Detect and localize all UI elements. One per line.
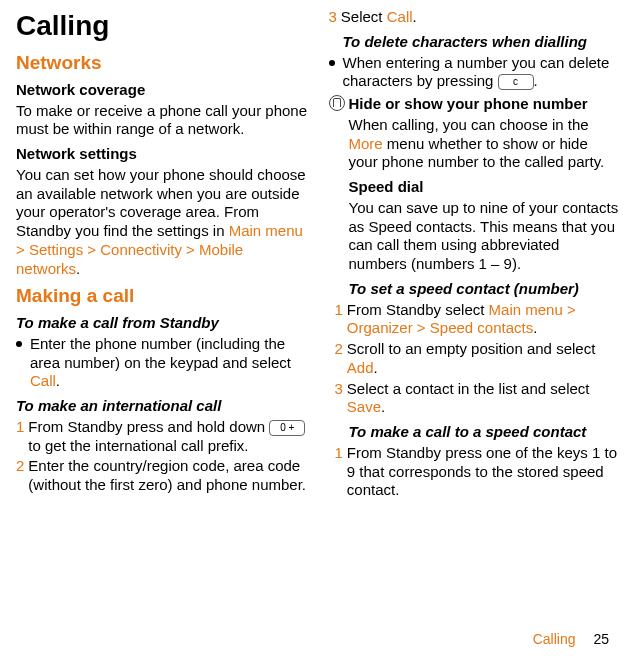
step-number: 2 xyxy=(335,340,343,359)
heading-networks: Networks xyxy=(16,51,309,75)
list-item: 1 From Standby press and hold down 0 + t… xyxy=(30,418,309,456)
text-part: . xyxy=(534,72,538,89)
step-number: 2 xyxy=(16,457,24,476)
text-part: When entering a number you can delete ch… xyxy=(343,54,610,90)
key-c: c xyxy=(498,74,534,90)
heading-call-standby: To make a call from Standby xyxy=(16,314,309,333)
bullet-icon xyxy=(16,341,22,347)
add-action: Add xyxy=(347,359,374,376)
text-part: When calling, you can choose in the xyxy=(349,116,589,133)
text-part: From Standby press and hold down 0 + to … xyxy=(28,418,308,456)
text-part: From Standby select Main menu > Organize… xyxy=(347,301,621,339)
text-part: Enter the phone number (including the ar… xyxy=(30,335,291,371)
text-part: Select xyxy=(341,8,387,25)
text-part: From Standby press one of the keys 1 to … xyxy=(347,444,621,500)
text-coverage: To make or receive a phone call your pho… xyxy=(16,102,309,140)
heading-network-settings: Network settings xyxy=(16,145,309,164)
call-action: Call xyxy=(30,372,56,389)
heading-hide-number: Hide or show your phone number xyxy=(349,95,588,114)
text-part: . xyxy=(56,372,60,389)
list-item: Enter the phone number (including the ar… xyxy=(30,335,309,391)
text-speed-dial: You can save up to nine of your contacts… xyxy=(349,199,622,274)
footer-section: Calling xyxy=(533,631,576,647)
text-hide-number: When calling, you can choose in the More… xyxy=(349,116,622,172)
list-item: 2 Enter the country/region code, area co… xyxy=(30,457,309,495)
list-item: 1 From Standby press one of the keys 1 t… xyxy=(349,444,622,500)
text-part: . xyxy=(413,8,417,25)
list-item: 2 Scroll to an empty position and select… xyxy=(349,340,622,378)
list-item: 1 From Standby select Main menu > Organi… xyxy=(349,301,622,339)
list-item: When entering a number you can delete ch… xyxy=(343,54,622,92)
save-action: Save xyxy=(347,398,381,415)
text-part: Enter the phone number (including the ar… xyxy=(30,335,309,391)
step-number: 1 xyxy=(16,418,24,437)
page-footer: Calling 25 xyxy=(533,631,609,649)
text-part: to get the international call prefix. xyxy=(28,437,248,454)
text-part: When entering a number you can delete ch… xyxy=(343,54,622,92)
step-number: 1 xyxy=(335,444,343,463)
step-number: 1 xyxy=(335,301,343,320)
list-item: 3 Select Call. xyxy=(343,8,622,27)
heading-network-coverage: Network coverage xyxy=(16,81,309,100)
key-zero-plus: 0 + xyxy=(269,420,305,436)
page-number: 25 xyxy=(593,631,609,647)
heading-making-call: Making a call xyxy=(16,284,309,308)
more-menu: More xyxy=(349,135,383,152)
heading-call-speed: To make a call to a speed contact xyxy=(349,423,622,442)
text-network-settings: You can set how your phone should choose… xyxy=(16,166,309,279)
step-number: 3 xyxy=(329,8,337,27)
heading-speed-dial: Speed dial xyxy=(349,178,622,197)
text-part: . xyxy=(381,398,385,415)
text-part: menu whether to show or hide your phone … xyxy=(349,135,605,171)
heading-delete-chars: To delete characters when dialling xyxy=(343,33,622,52)
bullet-icon xyxy=(329,60,335,66)
info-icon xyxy=(329,95,345,111)
text-part: Scroll to an empty position and select xyxy=(347,340,595,357)
call-action: Call xyxy=(387,8,413,25)
text-part: Scroll to an empty position and select A… xyxy=(347,340,621,378)
text-part: Select a contact in the list and select xyxy=(347,380,590,397)
text-part: . xyxy=(533,319,537,336)
heading-international-call: To make an international call xyxy=(16,397,309,416)
text-part: From Standby press and hold down xyxy=(28,418,269,435)
step-number: 3 xyxy=(335,380,343,399)
text-part: Select a contact in the list and select … xyxy=(347,380,621,418)
text-part: From Standby select xyxy=(347,301,489,318)
list-item: 3 Select a contact in the list and selec… xyxy=(349,380,622,418)
text-part: Enter the country/region code, area code… xyxy=(28,457,308,495)
text-part: . xyxy=(76,260,80,277)
heading-set-speed: To set a speed contact (number) xyxy=(349,280,622,299)
text-part: Select Call. xyxy=(341,8,417,27)
page-title: Calling xyxy=(16,8,309,43)
text-part: . xyxy=(374,359,378,376)
